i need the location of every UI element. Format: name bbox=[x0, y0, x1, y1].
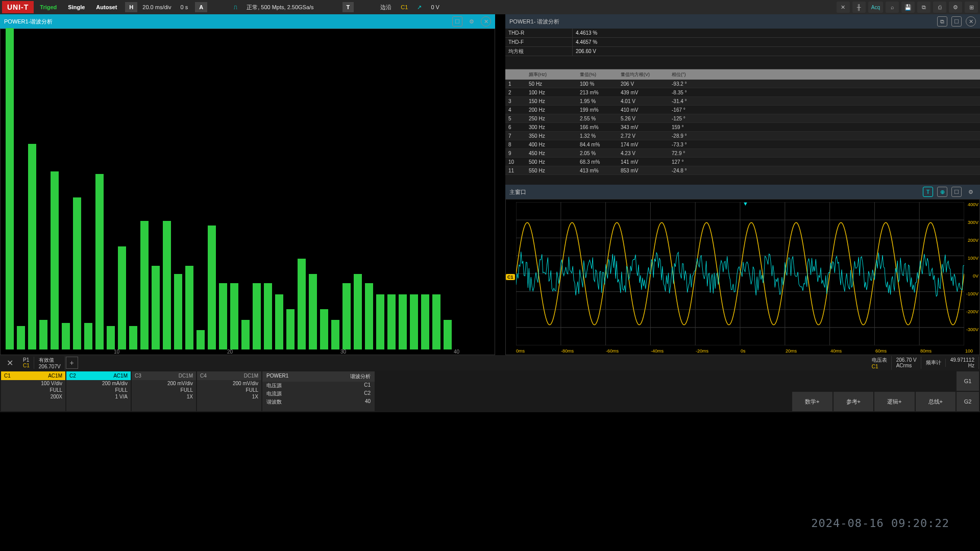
zoom-in-icon[interactable]: ⊕ bbox=[937, 187, 947, 197]
channel-bar: C1AC1M 100 V/div FULL 200X C2AC1M 200 mA… bbox=[0, 370, 980, 412]
freqmeter-value: 49.971112 Hz bbox=[946, 357, 979, 369]
x-tick: 20 bbox=[227, 349, 233, 355]
measure-tools-icon[interactable]: ✕ bbox=[1, 356, 18, 370]
power-config-row: 电压源C1 bbox=[262, 382, 375, 390]
harmonic-bar bbox=[399, 294, 407, 349]
channel-c4[interactable]: C4DC1M 200 mV/div FULL 1X bbox=[197, 371, 261, 411]
layout-icon[interactable]: ⊞ bbox=[965, 2, 978, 13]
right-controls: 数学+ 参考+ 逻辑+ 总线+ bbox=[792, 371, 955, 411]
g1-button[interactable]: G1 bbox=[957, 371, 979, 391]
measurement-p1[interactable]: P1 C1 bbox=[19, 357, 34, 369]
trigger-channel[interactable]: C1 bbox=[397, 2, 412, 12]
horizontal-indicator[interactable]: H bbox=[125, 2, 137, 12]
freqmeter-readout[interactable]: 频率计 bbox=[922, 359, 946, 367]
waveform-title: 主窗口 bbox=[509, 186, 919, 198]
y-axis-tick: 200V bbox=[968, 238, 978, 243]
table-row[interactable]: 10500 Hz68.3 m%141 mV127 ° bbox=[505, 158, 980, 166]
harmonic-bar bbox=[421, 294, 429, 349]
channel-c2[interactable]: C2AC1M 200 mA/div FULL 1 V/A bbox=[66, 371, 131, 411]
single-button[interactable]: Single bbox=[63, 2, 90, 12]
checkbox-icon[interactable]: ☐ bbox=[951, 187, 962, 197]
harmonic-bar bbox=[208, 226, 216, 349]
y-axis-tick: 400V bbox=[968, 202, 978, 207]
ref-button[interactable]: 参考+ bbox=[834, 392, 874, 411]
screenshot-icon[interactable]: ⧉ bbox=[917, 2, 930, 13]
waveform-display[interactable]: C1 ▼ 400V300V200V100V0V-100V-200V-300V 0… bbox=[505, 199, 980, 355]
harmonic-bar bbox=[6, 28, 14, 349]
popout-icon[interactable]: ⧉ bbox=[937, 16, 947, 27]
trigger-slope-icon[interactable]: ↗ bbox=[413, 2, 426, 13]
harmonic-table[interactable]: 频率(Hz) 量值(%) 量值均方根(V) 相位(°) 150 Hz100 %2… bbox=[505, 69, 980, 185]
channel-marker-c1[interactable]: C1 bbox=[506, 274, 515, 280]
measure-icon[interactable]: ╫ bbox=[852, 2, 866, 13]
trigger-edge-label[interactable]: 边沿 bbox=[376, 2, 396, 13]
voltmeter-readout[interactable]: 电压表 C1 bbox=[868, 356, 892, 370]
triged-button[interactable]: Triged bbox=[35, 2, 62, 12]
print-icon[interactable]: ⎙ bbox=[933, 2, 946, 13]
harmonic-bar bbox=[320, 309, 328, 349]
gear-icon[interactable]: ⚙ bbox=[467, 16, 477, 27]
power-config-row: 谐波数40 bbox=[262, 398, 375, 406]
harmonic-bar bbox=[230, 283, 238, 349]
table-row[interactable]: 4200 Hz199 m%410 mV-167 ° bbox=[505, 106, 980, 114]
channel-c1[interactable]: C1AC1M 100 V/div FULL 200X bbox=[1, 371, 65, 411]
autoset-button[interactable]: Autoset bbox=[91, 2, 122, 12]
checkbox-icon[interactable]: ☐ bbox=[951, 16, 962, 27]
acquisition-indicator[interactable]: A bbox=[195, 2, 207, 12]
delay-value[interactable]: 0 s bbox=[177, 2, 192, 12]
trigger-level[interactable]: 0 V bbox=[427, 2, 444, 12]
harmonic-bar bbox=[444, 320, 452, 349]
harmonic-bar bbox=[95, 174, 104, 349]
table-row[interactable]: 150 Hz100 %206 V-93.2 ° bbox=[505, 80, 980, 88]
trigger-indicator[interactable]: T bbox=[342, 2, 354, 12]
search-icon[interactable]: ⌕ bbox=[886, 2, 899, 13]
add-measurement-button[interactable]: + bbox=[66, 357, 78, 369]
harmonic-bar bbox=[298, 259, 306, 349]
harmonic-bar bbox=[152, 266, 160, 349]
harmonic-bar-chart[interactable]: 10 20 30 40 bbox=[0, 29, 495, 355]
power-analysis-box[interactable]: POWER1谐波分析 电压源C1电流源C2谐波数40 bbox=[262, 371, 375, 411]
waveform-header: 主窗口 T ⊕ ☐ ⚙ bbox=[505, 185, 980, 199]
x-tick: 10 bbox=[114, 349, 119, 355]
table-row[interactable]: 3150 Hz1.95 %4.01 V-31.4 ° bbox=[505, 97, 980, 106]
bar-chart-header: POWER1-谐波分析 ☐ ⚙ ✕ bbox=[0, 14, 495, 29]
x-axis-tick: -40ms bbox=[651, 348, 664, 354]
table-row[interactable]: 5250 Hz2.55 %5.26 V-125 ° bbox=[505, 114, 980, 123]
checkbox-icon[interactable]: ☐ bbox=[452, 16, 462, 27]
timebase-value[interactable]: 20.0 ms/div bbox=[138, 2, 175, 12]
harmonic-bar bbox=[387, 294, 396, 349]
top-toolbar: UNI-T Triged Single Autoset H 20.0 ms/di… bbox=[0, 0, 980, 14]
harmonic-bar bbox=[107, 326, 115, 349]
text-cursor-icon[interactable]: T bbox=[923, 187, 933, 197]
table-row[interactable]: 2100 Hz213 m%439 mV-8.35 ° bbox=[505, 88, 980, 97]
save-icon[interactable]: 💾 bbox=[901, 2, 915, 13]
channel-c3[interactable]: C3DC1M 200 mV/div FULL 1X bbox=[132, 371, 196, 411]
table-row[interactable]: 8400 Hz84.4 m%174 mV-73.3 ° bbox=[505, 140, 980, 149]
harmonic-bar bbox=[73, 197, 81, 349]
close-icon[interactable]: ✕ bbox=[966, 16, 976, 27]
harmonic-bar bbox=[241, 320, 250, 349]
math-button[interactable]: 数学+ bbox=[792, 392, 832, 411]
acquisition-mode[interactable]: 正常, 500 Mpts, 2.50GSa/s bbox=[242, 2, 317, 13]
table-row[interactable]: 9450 Hz2.05 %4.23 V72.9 ° bbox=[505, 149, 980, 158]
cursor-icon[interactable]: ✕ bbox=[837, 2, 850, 13]
voltmeter-value: 206.70 V ACrms bbox=[892, 357, 921, 369]
x-axis-tick: 0s bbox=[741, 348, 746, 354]
table-row[interactable]: 6300 Hz166 m%343 mV159 ° bbox=[505, 123, 980, 132]
x-axis-tick: 40ms bbox=[830, 348, 842, 354]
settings-icon[interactable]: ⚙ bbox=[949, 2, 962, 13]
close-icon[interactable]: ✕ bbox=[481, 16, 491, 27]
datetime-display: 2024-08-16 09:20:22 bbox=[811, 517, 949, 530]
g2-button[interactable]: G2 bbox=[957, 392, 979, 411]
bus-button[interactable]: 总线+ bbox=[916, 392, 956, 411]
table-row[interactable]: 7350 Hz1.32 %2.72 V-28.9 ° bbox=[505, 132, 980, 140]
y-axis-tick: 100V bbox=[968, 256, 978, 261]
table-row[interactable]: 11550 Hz413 m%853 mV-24.8 ° bbox=[505, 166, 980, 175]
measurement-rms[interactable]: 有效值 206.707V bbox=[35, 356, 65, 370]
gear-icon[interactable]: ⚙ bbox=[966, 187, 976, 197]
harmonic-bar bbox=[410, 294, 418, 349]
harmonic-table-panel: THD-R4.4613 %THD-F4.4657 %均方根206.60 V 频率… bbox=[505, 29, 980, 185]
acq-button[interactable]: Acq bbox=[868, 2, 883, 13]
harmonic-bar bbox=[17, 326, 25, 349]
logic-button[interactable]: 逻辑+ bbox=[874, 392, 915, 411]
